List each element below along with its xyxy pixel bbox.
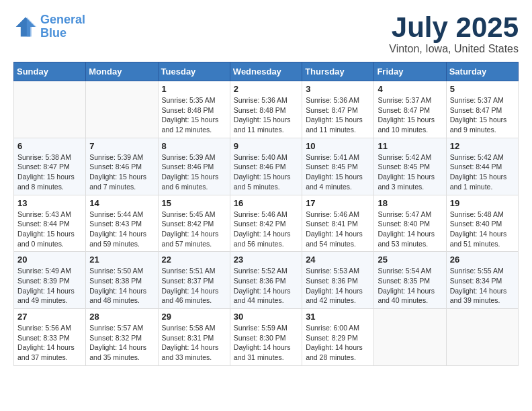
day-number: 19 <box>450 198 515 208</box>
calendar-cell: 5Sunrise: 5:37 AMSunset: 8:47 PMDaylight… <box>446 81 518 138</box>
location: Vinton, Iowa, United States <box>389 43 519 55</box>
cell-content: Sunrise: 5:48 AMSunset: 8:40 PMDaylight:… <box>450 210 515 249</box>
day-number: 22 <box>162 255 226 265</box>
day-number: 12 <box>450 141 515 151</box>
calendar-cell: 27Sunrise: 5:56 AMSunset: 8:33 PMDayligh… <box>14 309 86 366</box>
calendar-cell: 3Sunrise: 5:36 AMSunset: 8:47 PMDaylight… <box>302 81 374 138</box>
cell-content: Sunrise: 5:49 AMSunset: 8:39 PMDaylight:… <box>17 266 82 306</box>
calendar-cell: 14Sunrise: 5:44 AMSunset: 8:43 PMDayligh… <box>86 195 158 252</box>
calendar-cell: 7Sunrise: 5:39 AMSunset: 8:46 PMDaylight… <box>86 138 158 195</box>
day-number: 20 <box>17 255 82 265</box>
day-number: 23 <box>234 255 298 265</box>
day-number: 8 <box>162 141 226 151</box>
cell-content: Sunrise: 5:44 AMSunset: 8:43 PMDaylight:… <box>89 210 154 249</box>
cell-content: Sunrise: 5:37 AMSunset: 8:47 PMDaylight:… <box>450 95 515 135</box>
day-number: 2 <box>234 84 298 94</box>
day-number: 13 <box>17 198 82 208</box>
cell-content: Sunrise: 5:39 AMSunset: 8:46 PMDaylight:… <box>162 152 226 192</box>
calendar-cell: 31Sunrise: 6:00 AMSunset: 8:29 PMDayligh… <box>302 309 374 366</box>
cell-content: Sunrise: 5:37 AMSunset: 8:47 PMDaylight:… <box>378 95 442 135</box>
day-number: 31 <box>306 312 370 322</box>
day-number: 16 <box>234 198 298 208</box>
day-number: 26 <box>450 255 515 265</box>
calendar-cell: 10Sunrise: 5:41 AMSunset: 8:45 PMDayligh… <box>302 138 374 195</box>
week-row-1: 1Sunrise: 5:35 AMSunset: 8:48 PMDaylight… <box>14 81 519 138</box>
logo-text: General Blue <box>40 13 85 40</box>
cell-content: Sunrise: 5:53 AMSunset: 8:36 PMDaylight:… <box>306 266 370 306</box>
logo-blue: Blue <box>40 26 66 40</box>
week-row-4: 20Sunrise: 5:49 AMSunset: 8:39 PMDayligh… <box>14 252 519 309</box>
weekday-header-monday: Monday <box>86 62 158 81</box>
calendar-cell: 30Sunrise: 5:59 AMSunset: 8:30 PMDayligh… <box>230 309 302 366</box>
cell-content: Sunrise: 5:55 AMSunset: 8:34 PMDaylight:… <box>450 266 515 306</box>
calendar-cell: 21Sunrise: 5:50 AMSunset: 8:38 PMDayligh… <box>86 252 158 309</box>
weekday-header-friday: Friday <box>374 62 446 81</box>
weekday-header-row: SundayMondayTuesdayWednesdayThursdayFrid… <box>14 62 519 81</box>
day-number: 15 <box>162 198 226 208</box>
calendar-cell: 24Sunrise: 5:53 AMSunset: 8:36 PMDayligh… <box>302 252 374 309</box>
title-block: July 2025 Vinton, Iowa, United States <box>389 13 519 55</box>
week-row-5: 27Sunrise: 5:56 AMSunset: 8:33 PMDayligh… <box>14 309 519 366</box>
cell-content: Sunrise: 5:45 AMSunset: 8:42 PMDaylight:… <box>162 210 226 249</box>
day-number: 28 <box>89 312 154 322</box>
logo-general: General <box>40 13 85 26</box>
calendar-cell: 9Sunrise: 5:40 AMSunset: 8:46 PMDaylight… <box>230 138 302 195</box>
calendar-cell: 29Sunrise: 5:58 AMSunset: 8:31 PMDayligh… <box>158 309 230 366</box>
day-number: 4 <box>378 84 442 94</box>
weekday-header-saturday: Saturday <box>446 62 518 81</box>
cell-content: Sunrise: 5:51 AMSunset: 8:37 PMDaylight:… <box>162 266 226 306</box>
svg-marker-1 <box>27 17 36 36</box>
calendar-cell: 25Sunrise: 5:54 AMSunset: 8:35 PMDayligh… <box>374 252 446 309</box>
cell-content: Sunrise: 5:36 AMSunset: 8:48 PMDaylight:… <box>234 95 298 135</box>
calendar-cell <box>446 309 518 366</box>
day-number: 25 <box>378 255 442 265</box>
calendar-cell: 6Sunrise: 5:38 AMSunset: 8:47 PMDaylight… <box>14 138 86 195</box>
day-number: 5 <box>450 84 515 94</box>
cell-content: Sunrise: 5:35 AMSunset: 8:48 PMDaylight:… <box>162 95 226 135</box>
calendar-cell: 19Sunrise: 5:48 AMSunset: 8:40 PMDayligh… <box>446 195 518 252</box>
cell-content: Sunrise: 5:36 AMSunset: 8:47 PMDaylight:… <box>306 95 370 135</box>
cell-content: Sunrise: 5:59 AMSunset: 8:30 PMDaylight:… <box>234 323 298 363</box>
cell-content: Sunrise: 5:47 AMSunset: 8:40 PMDaylight:… <box>378 210 442 249</box>
calendar-cell: 12Sunrise: 5:42 AMSunset: 8:44 PMDayligh… <box>446 138 518 195</box>
calendar-cell: 4Sunrise: 5:37 AMSunset: 8:47 PMDaylight… <box>374 81 446 138</box>
calendar-cell: 23Sunrise: 5:52 AMSunset: 8:36 PMDayligh… <box>230 252 302 309</box>
day-number: 27 <box>17 312 82 322</box>
logo: General Blue <box>13 13 85 40</box>
weekday-header-thursday: Thursday <box>302 62 374 81</box>
cell-content: Sunrise: 5:39 AMSunset: 8:46 PMDaylight:… <box>89 152 154 192</box>
day-number: 7 <box>89 141 154 151</box>
cell-content: Sunrise: 5:46 AMSunset: 8:41 PMDaylight:… <box>306 210 370 249</box>
week-row-3: 13Sunrise: 5:43 AMSunset: 8:44 PMDayligh… <box>14 195 519 252</box>
cell-content: Sunrise: 5:54 AMSunset: 8:35 PMDaylight:… <box>378 266 442 306</box>
cell-content: Sunrise: 5:50 AMSunset: 8:38 PMDaylight:… <box>89 266 154 306</box>
day-number: 30 <box>234 312 298 322</box>
day-number: 14 <box>89 198 154 208</box>
cell-content: Sunrise: 5:52 AMSunset: 8:36 PMDaylight:… <box>234 266 298 306</box>
weekday-header-wednesday: Wednesday <box>230 62 302 81</box>
cell-content: Sunrise: 5:46 AMSunset: 8:42 PMDaylight:… <box>234 210 298 249</box>
day-number: 6 <box>17 141 82 151</box>
calendar-cell: 16Sunrise: 5:46 AMSunset: 8:42 PMDayligh… <box>230 195 302 252</box>
day-number: 24 <box>306 255 370 265</box>
page-header: General Blue July 2025 Vinton, Iowa, Uni… <box>13 13 519 55</box>
calendar-cell: 22Sunrise: 5:51 AMSunset: 8:37 PMDayligh… <box>158 252 230 309</box>
weekday-header-sunday: Sunday <box>14 62 86 81</box>
cell-content: Sunrise: 5:41 AMSunset: 8:45 PMDaylight:… <box>306 152 370 192</box>
day-number: 29 <box>162 312 226 322</box>
logo-icon <box>13 15 38 39</box>
day-number: 10 <box>306 141 370 151</box>
day-number: 3 <box>306 84 370 94</box>
day-number: 17 <box>306 198 370 208</box>
calendar-table: SundayMondayTuesdayWednesdayThursdayFrid… <box>13 62 519 366</box>
calendar-cell: 11Sunrise: 5:42 AMSunset: 8:45 PMDayligh… <box>374 138 446 195</box>
cell-content: Sunrise: 5:56 AMSunset: 8:33 PMDaylight:… <box>17 323 82 363</box>
calendar-cell: 28Sunrise: 5:57 AMSunset: 8:32 PMDayligh… <box>86 309 158 366</box>
cell-content: Sunrise: 5:38 AMSunset: 8:47 PMDaylight:… <box>17 152 82 192</box>
cell-content: Sunrise: 5:42 AMSunset: 8:44 PMDaylight:… <box>450 152 515 192</box>
calendar-cell <box>86 81 158 138</box>
day-number: 1 <box>162 84 226 94</box>
cell-content: Sunrise: 6:00 AMSunset: 8:29 PMDaylight:… <box>306 323 370 363</box>
calendar-cell: 8Sunrise: 5:39 AMSunset: 8:46 PMDaylight… <box>158 138 230 195</box>
calendar-cell: 17Sunrise: 5:46 AMSunset: 8:41 PMDayligh… <box>302 195 374 252</box>
